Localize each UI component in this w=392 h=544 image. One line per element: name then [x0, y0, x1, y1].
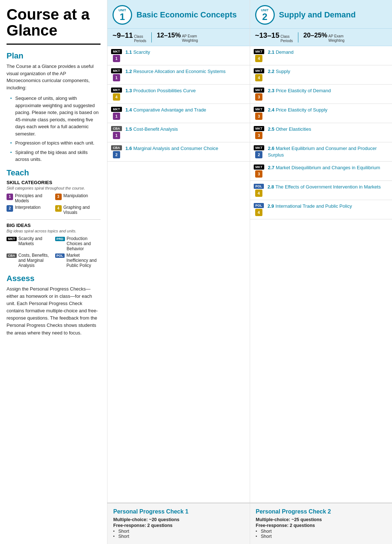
- topic-title[interactable]: Supply: [276, 69, 290, 74]
- plan-heading: Plan: [7, 51, 101, 61]
- stat-periods: ~13–15ClassPeriods: [255, 31, 293, 43]
- topic-info: 2.9 International Trade and Public Polic…: [268, 203, 388, 210]
- topic-title[interactable]: International Trade and Public Policy: [275, 203, 352, 209]
- topic-title[interactable]: Price Elasticity of Demand: [276, 88, 331, 93]
- topic-title[interactable]: Comparative Advantage and Trade: [133, 107, 206, 113]
- sidebar-title: Course at a Glance: [7, 7, 101, 38]
- topic-skill-badge: 1: [113, 55, 120, 62]
- bigidea-tag: CBA: [7, 253, 17, 258]
- bigidea-item: MKTScarcity and Markets: [7, 236, 52, 251]
- stat-divider: [298, 32, 298, 42]
- topic-title[interactable]: Market Equilibrium and Consumer and Prod…: [268, 146, 377, 158]
- topic-skill-badge: 3: [255, 93, 262, 101]
- unit-stats-1: ~9–11ClassPeriods12–15%AP ExamWeighting: [107, 28, 250, 46]
- bigidea-item: POLMarket Inefficiency and Public Policy: [55, 253, 101, 268]
- topic-info: 2.8 The Effects of Government Interventi…: [268, 184, 388, 190]
- page-layout: Course at a Glance Plan The Course at a …: [0, 0, 392, 544]
- topic-skill-badge: 3: [255, 113, 262, 120]
- ppc-title: Personal Progress Check 1: [113, 508, 244, 515]
- plan-intro: The Course at a Glance provides a useful…: [7, 63, 101, 91]
- topic-title[interactable]: Cost-Benefit Analysis: [133, 126, 178, 132]
- topic-row: POL42.9 International Trade and Public P…: [250, 200, 392, 219]
- ppc-bullet: Short: [256, 529, 387, 534]
- bigidea-label: Market Inefficiency and Public Policy: [66, 253, 101, 268]
- topic-title[interactable]: Other Elasticities: [276, 126, 311, 132]
- topic-title[interactable]: Market Disequilibrium and Changes in Equ…: [276, 165, 380, 170]
- skill-item: 3Manipulation: [55, 193, 101, 203]
- ppc-row: Personal Progress Check 1Multiple-choice…: [107, 503, 392, 544]
- topic-tag: POL: [254, 203, 264, 208]
- topic-badge-wrap: CBA2: [111, 145, 122, 158]
- unit-stats-2: ~13–15ClassPeriods20–25%AP ExamWeighting: [250, 28, 392, 46]
- skill-badge: 1: [7, 194, 13, 200]
- sidebar: Course at a Glance Plan The Course at a …: [0, 0, 107, 544]
- topic-number: 1.4: [126, 107, 134, 113]
- topic-row: MKT32.7 Market Disequilibrium and Change…: [250, 162, 392, 181]
- topic-skill-badge: 3: [255, 170, 262, 178]
- ppc-bullet: Short: [113, 534, 244, 539]
- topic-badge-wrap: MKT3: [254, 126, 265, 139]
- topic-title[interactable]: Production Possibilities Curve: [133, 88, 196, 93]
- bigidea-tag: PRD: [55, 237, 65, 241]
- topic-row: CBA21.6 Marginal Analysis and Consumer C…: [107, 142, 250, 162]
- topic-skill-badge: 4: [255, 190, 262, 197]
- topic-title[interactable]: Resource Allocation and Economic Systems: [133, 69, 225, 74]
- topic-row: CBA11.5 Cost-Benefit Analysis: [107, 123, 250, 142]
- skill-item: 1Principles and Models: [7, 193, 52, 203]
- topic-tag: MKT: [111, 68, 122, 73]
- topic-title[interactable]: Price Elasticity of Supply: [276, 107, 327, 113]
- unit-column-2: UNIT2Supply and Demand~13–15ClassPeriods…: [250, 0, 392, 503]
- topic-row: MKT41.3 Production Possibilities Curve: [107, 85, 250, 104]
- topic-info: 2.3 Price Elasticity of Demand: [268, 88, 388, 94]
- unit-header-1: UNIT1Basic Economic Concepts: [107, 0, 250, 28]
- ppc-bullet: Short: [113, 529, 244, 534]
- topic-skill-badge: 2: [113, 151, 120, 158]
- topic-info: 2.7 Market Disequilibrium and Changes in…: [268, 165, 388, 171]
- topic-info: 2.5 Other Elasticities: [268, 126, 388, 133]
- topic-tag: MKT: [111, 88, 122, 93]
- teach-heading: Teach: [7, 168, 101, 178]
- ppc-cell-2: Personal Progress Check 2Multiple-choice…: [250, 503, 392, 544]
- stat-periods: ~9–11ClassPeriods: [113, 31, 146, 43]
- skill-badge: 4: [55, 205, 62, 212]
- topic-badge-wrap: MKT3: [254, 88, 265, 101]
- topic-row: MKT11.4 Comparative Advantage and Trade: [107, 104, 250, 123]
- bigidea-tag: MKT: [7, 237, 17, 241]
- ppc-bullet: Short: [256, 534, 387, 539]
- topic-title[interactable]: Demand: [276, 49, 294, 55]
- bigidea-item: CBACosts, Benefits, and Marginal Analysi…: [7, 253, 52, 268]
- big-ideas-heading: BIG IDEAS: [7, 223, 101, 228]
- stat-periods-value: ~9–11: [113, 31, 133, 40]
- assess-section: Assess Assign the Personal Progress Chec…: [7, 274, 101, 337]
- topic-skill-badge: 4: [255, 209, 262, 216]
- unit-number: 2: [262, 12, 267, 21]
- topic-number: 2.1: [268, 49, 276, 55]
- topic-number: 1.3: [126, 88, 134, 93]
- topic-tag: MKT: [254, 165, 265, 170]
- skill-badge: 3: [55, 194, 62, 200]
- topic-title[interactable]: Scarcity: [133, 49, 150, 55]
- topic-row: MKT32.3 Price Elasticity of Demand: [250, 85, 392, 104]
- topic-title[interactable]: The Effects of Government Intervention i…: [275, 184, 381, 190]
- stat-weighting-label: AP ExamWeighting: [328, 34, 344, 43]
- ppc-fr: Free-response: 2 questions: [113, 523, 244, 528]
- unit-title-1: Basic Economic Concepts: [136, 10, 237, 19]
- stat-divider: [151, 32, 152, 42]
- topic-skill-badge: 1: [113, 113, 120, 120]
- topic-info: 1.5 Cost-Benefit Analysis: [126, 126, 246, 133]
- topic-number: 2.4: [268, 107, 276, 113]
- skill-item: 2Interpretation: [7, 205, 52, 215]
- ppc-mc: Multiple-choice: ~25 questions: [256, 517, 387, 522]
- bigidea-item: PRDProduction Choices and Behavior: [55, 236, 101, 251]
- topic-number: 1.5: [126, 126, 134, 132]
- topic-title[interactable]: Marginal Analysis and Consumer Choice: [133, 146, 218, 151]
- units-row: UNIT1Basic Economic Concepts~9–11ClassPe…: [107, 0, 392, 503]
- topic-tag: MKT: [254, 68, 265, 73]
- topic-skill-badge: 1: [113, 74, 120, 81]
- unit-circle-1: UNIT1: [113, 5, 132, 25]
- topic-tag: CBA: [111, 145, 122, 150]
- skill-categories-heading: SKILL CATEGORIES: [7, 180, 101, 185]
- big-ideas-sub: Big ideas spiral across topics and units…: [7, 229, 101, 233]
- topic-number: 2.3: [268, 88, 276, 93]
- topic-skill-badge: 1: [113, 132, 120, 139]
